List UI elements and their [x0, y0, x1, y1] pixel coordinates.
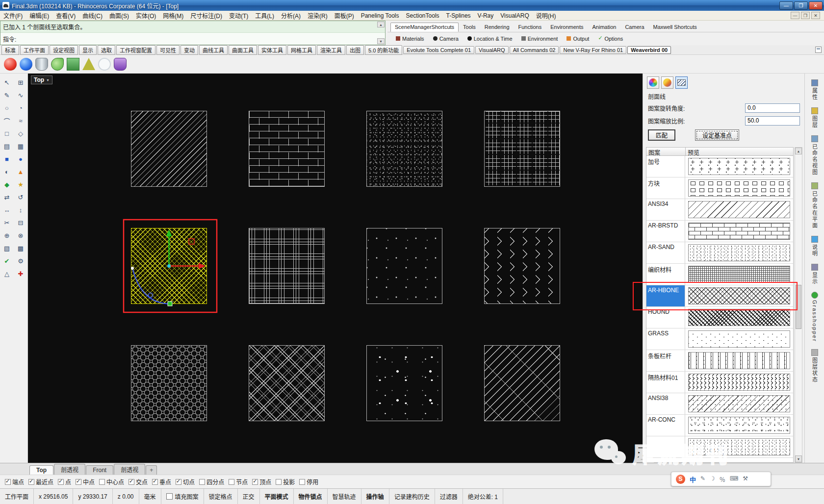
- mdi-close-button[interactable]: ✕: [811, 12, 820, 19]
- tool-icon[interactable]: ●: [14, 153, 27, 165]
- menu-item[interactable]: Paneling Tools: [358, 11, 403, 20]
- tool-icon[interactable]: ↺: [14, 191, 27, 203]
- side-panel-tab[interactable]: 属性: [811, 79, 819, 101]
- ime-mode-toggle[interactable]: 中: [690, 475, 696, 484]
- dock-subtab[interactable]: Environment: [518, 35, 562, 43]
- tool-icon[interactable]: ▧: [0, 242, 13, 254]
- toolbar-icon[interactable]: [82, 58, 95, 70]
- osnap-option[interactable]: 切点: [176, 478, 195, 486]
- hatch-list-row[interactable]: [646, 436, 793, 458]
- dock-tab[interactable]: Environments: [546, 23, 588, 32]
- viewport-tab[interactable]: 剖透视: [54, 464, 85, 475]
- dock-tab[interactable]: Functions: [514, 23, 546, 32]
- menu-item[interactable]: 渲染(R): [304, 11, 331, 20]
- hatch-preview[interactable]: [688, 374, 790, 391]
- toolbar-tab[interactable]: Weaverbird 00: [627, 46, 671, 54]
- dock-tab[interactable]: Maxwell Shortcuts: [649, 23, 701, 32]
- hatch-list-row[interactable]: AR-CONC: [646, 415, 793, 436]
- command-prompt[interactable]: 指令:: [0, 33, 385, 45]
- osnap-checkbox[interactable]: [176, 479, 181, 485]
- viewport-tab[interactable]: 剖透视: [114, 464, 145, 475]
- hatch-list-row[interactable]: ANSI34: [646, 199, 793, 221]
- status-field[interactable]: 填充图案: [161, 489, 204, 504]
- hatch-name[interactable]: AR-SAND: [646, 242, 685, 263]
- status-field[interactable]: 记录建构历史: [389, 489, 435, 504]
- toolbar-tab[interactable]: 选取: [98, 45, 115, 55]
- menu-item[interactable]: 编辑(E): [26, 11, 52, 20]
- osnap-checkbox[interactable]: [199, 479, 205, 485]
- hatch-name[interactable]: 隔热材料01: [646, 372, 685, 393]
- hatch-swatch[interactable]: [131, 111, 207, 187]
- hatch-swatch[interactable]: [131, 228, 207, 304]
- hatch-swatch[interactable]: [366, 345, 442, 421]
- menu-item[interactable]: SectionTools: [403, 11, 443, 20]
- hatch-list-row[interactable]: HOUND: [646, 307, 793, 328]
- tool-icon[interactable]: ✎: [0, 89, 13, 101]
- osnap-checkbox[interactable]: [76, 479, 81, 485]
- hatch-preview[interactable]: [688, 330, 790, 348]
- side-panel-tab[interactable]: 已命名视图: [811, 135, 819, 176]
- ime-icon[interactable]: ✎: [700, 475, 705, 483]
- dock-subtab[interactable]: Options: [594, 35, 626, 43]
- hatch-preview[interactable]: [688, 395, 790, 412]
- hatch-swatch[interactable]: [484, 111, 560, 187]
- dock-subtab[interactable]: Camera: [430, 35, 462, 43]
- display-mode-button[interactable]: [647, 76, 659, 89]
- osnap-option[interactable]: 四分点: [199, 478, 224, 486]
- preview-column-header[interactable]: 预览: [686, 148, 793, 155]
- tool-icon[interactable]: ◐: [0, 166, 13, 177]
- toolbar-tab[interactable]: 曲线工具: [199, 45, 228, 55]
- hatch-preview[interactable]: [688, 201, 790, 218]
- osnap-checkbox[interactable]: [99, 479, 105, 485]
- hatch-list-row[interactable]: 加号: [646, 156, 793, 177]
- toolbar-tab[interactable]: 设定视图: [50, 45, 78, 55]
- toolbar-tab[interactable]: 工作平面: [20, 45, 49, 55]
- tool-icon[interactable]: ✚: [14, 268, 27, 279]
- status-field[interactable]: 毫米: [139, 489, 161, 504]
- ime-icon[interactable]: ⌨: [730, 475, 738, 483]
- tool-icon[interactable]: ▤: [0, 140, 13, 152]
- hatch-name[interactable]: AR-HBONE: [646, 285, 685, 306]
- scroll-up-icon[interactable]: ▲: [795, 148, 802, 154]
- side-panel-tab[interactable]: 说明: [811, 236, 819, 257]
- menu-item[interactable]: 网格(M): [159, 11, 187, 20]
- command-scrollbar[interactable]: ▲ ▼: [377, 22, 385, 44]
- viewport-title-dropdown[interactable]: Top: [31, 76, 52, 84]
- side-panel-tab[interactable]: 已命名在平面: [811, 182, 819, 229]
- viewport-tab[interactable]: Front: [86, 465, 113, 475]
- osnap-option[interactable]: 交点: [129, 478, 148, 486]
- toolbar-tab[interactable]: All Commands 02: [510, 46, 559, 54]
- toolbar-icon[interactable]: [98, 58, 111, 71]
- hatch-swatch[interactable]: [484, 345, 560, 421]
- menu-item[interactable]: 说明(H): [533, 11, 560, 20]
- tool-icon[interactable]: ⊞: [14, 76, 27, 88]
- hatch-preview[interactable]: [688, 287, 790, 304]
- osnap-option[interactable]: 端点: [5, 478, 24, 486]
- tool-icon[interactable]: ∿: [14, 89, 27, 101]
- rotation-input[interactable]: [745, 103, 800, 113]
- mdi-minimize-button[interactable]: —: [791, 12, 799, 19]
- toolbar-tab[interactable]: 渲染工具: [317, 45, 345, 55]
- tool-icon[interactable]: ★: [14, 178, 27, 190]
- hatch-name[interactable]: 条板栏杆: [646, 350, 685, 371]
- toolbar-tab[interactable]: 可见性: [156, 45, 180, 55]
- tool-icon[interactable]: ↔: [0, 204, 13, 216]
- menu-item[interactable]: 变动(T): [226, 11, 252, 20]
- tool-icon[interactable]: ◔: [14, 102, 27, 114]
- hatch-preview[interactable]: [688, 352, 790, 369]
- status-field[interactable]: 操作轴: [361, 489, 389, 504]
- menu-item[interactable]: VisualARQ: [497, 11, 532, 20]
- status-field[interactable]: 正交: [238, 489, 260, 504]
- osnap-checkbox[interactable]: [129, 479, 134, 485]
- scrollbar-thumb[interactable]: [796, 285, 801, 329]
- mdi-restore-button[interactable]: ❐: [801, 12, 810, 19]
- tool-icon[interactable]: ▦: [14, 140, 27, 152]
- hatch-name[interactable]: [646, 436, 685, 457]
- hatch-preview[interactable]: [688, 438, 790, 455]
- osnap-option[interactable]: 停用: [299, 478, 318, 486]
- hatch-preview[interactable]: [688, 179, 790, 197]
- toolbar-tab[interactable]: 实体工具: [258, 45, 286, 55]
- osnap-option[interactable]: 顶点: [252, 478, 271, 486]
- hatch-name[interactable]: ANSI34: [646, 199, 685, 220]
- pattern-column-header[interactable]: 图案: [646, 148, 686, 155]
